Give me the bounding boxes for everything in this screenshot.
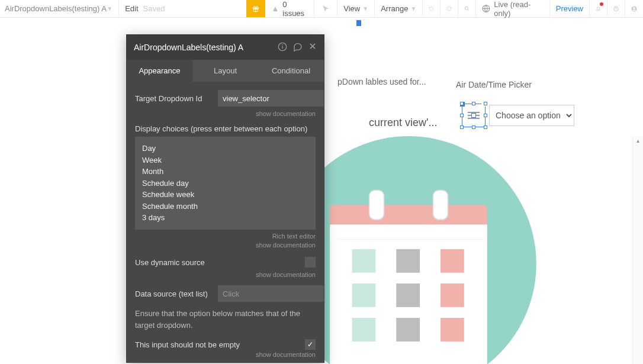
preview-label: Preview — [556, 4, 583, 13]
dynamic-source-label: Use dynamic source — [135, 258, 299, 267]
display-choices-input[interactable]: Day Week Month Schedule day Schedule wee… — [135, 137, 316, 230]
rich-text-link[interactable]: Rich text editor — [272, 232, 316, 241]
svg-rect-16 — [352, 284, 376, 307]
edit-label[interactable]: Edit — [125, 4, 138, 13]
chevron-down-icon: ▼ — [362, 5, 368, 12]
choice-item: Week — [142, 154, 308, 166]
preview-button[interactable]: Preview — [550, 0, 590, 17]
arrange-label: Arrange — [381, 4, 408, 13]
not-empty-checkbox[interactable]: ✓ — [305, 339, 316, 350]
svg-rect-23 — [282, 46, 282, 49]
tab-conditional[interactable]: Conditional — [258, 60, 324, 82]
comment-icon[interactable] — [293, 42, 303, 53]
svg-rect-12 — [433, 190, 448, 220]
svg-point-2 — [465, 7, 468, 9]
app-name-text: AirDropdownLabels(testing) A — [5, 4, 107, 13]
search-icon — [464, 4, 470, 13]
panel-title: AirDropdownLabels(testing) A — [134, 43, 243, 52]
saved-label: Saved — [143, 4, 165, 13]
show-documentation-link[interactable]: show documentation — [256, 241, 316, 250]
undo-button[interactable] — [423, 0, 441, 17]
bg-element-label-2: Air Date/Time Picker — [456, 80, 532, 89]
redo-icon — [446, 4, 452, 14]
target-dropdown-label: Target Dropdown Id — [135, 94, 212, 103]
issues-button[interactable]: ▲ 0 issues — [265, 0, 314, 17]
svg-rect-21 — [441, 318, 464, 342]
data-source-label: Data source (text list) — [135, 289, 212, 298]
choice-item: Schedule week — [142, 189, 308, 201]
svg-rect-10 — [330, 224, 487, 239]
choice-item: Schedule day — [142, 178, 308, 189]
notifications-button[interactable] — [590, 0, 607, 17]
panel-tabs: Appearance Layout Conditional — [127, 60, 324, 82]
svg-rect-11 — [369, 190, 384, 220]
search-button[interactable] — [458, 0, 476, 17]
gift-icon — [252, 4, 259, 14]
svg-point-6 — [633, 7, 635, 9]
cursor-icon — [322, 5, 330, 13]
canvas-scrollbar[interactable]: ▴ — [632, 136, 643, 364]
selection-handle[interactable] — [462, 104, 486, 127]
choice-item: Month — [142, 166, 308, 178]
edit-status: Edit Saved — [119, 0, 246, 17]
pointer-button[interactable] — [314, 0, 337, 17]
choice-item: Schedule month — [142, 201, 308, 212]
warning-icon: ▲ — [271, 4, 279, 13]
user-icon — [631, 4, 637, 14]
svg-rect-18 — [441, 284, 464, 307]
note-text: Ensure that the option below matches tha… — [135, 308, 316, 331]
choice-item: Day — [142, 143, 308, 154]
target-dropdown-input[interactable] — [218, 90, 324, 107]
show-documentation-link[interactable]: show documentation — [135, 351, 316, 358]
help-icon — [613, 4, 619, 14]
svg-rect-14 — [396, 249, 420, 273]
display-choices-label: Display choices (press enter between eac… — [135, 124, 316, 133]
chevron-down-icon: ▼ — [107, 5, 112, 12]
scroll-up-icon[interactable]: ▴ — [633, 136, 643, 146]
bg-element-label-1: pDown lables used for... — [337, 77, 426, 86]
tab-appearance[interactable]: Appearance — [127, 60, 192, 82]
view-label: View — [343, 4, 360, 13]
bg-view-selector[interactable]: current view'... ⌄ — [369, 117, 471, 129]
tab-layout[interactable]: Layout — [192, 60, 258, 82]
top-toolbar: AirDropdownLabels(testing) A ▼ Edit Save… — [0, 0, 643, 18]
close-icon[interactable] — [308, 42, 317, 53]
arrange-dropdown[interactable]: Arrange ▼ — [375, 0, 423, 17]
svg-rect-13 — [352, 249, 376, 273]
property-panel: AirDropdownLabels(testing) A Appearance … — [126, 34, 324, 363]
bg-view-text: current view'... — [369, 117, 437, 128]
data-source-input[interactable] — [218, 285, 324, 302]
issues-count: 0 issues — [282, 0, 308, 18]
user-button[interactable] — [625, 0, 643, 17]
choice-item: 3 days — [142, 212, 308, 224]
panel-body: Target Dropdown Id show documentation Di… — [127, 82, 324, 362]
redo-button[interactable] — [441, 0, 458, 17]
ruler-marker — [356, 20, 361, 26]
chevron-down-icon: ▼ — [410, 5, 416, 12]
svg-rect-24 — [282, 44, 282, 45]
choose-option-dropdown[interactable]: Choose an option — [489, 105, 574, 126]
view-dropdown[interactable]: View ▼ — [337, 0, 375, 17]
live-label: Live (read-only) — [494, 0, 544, 18]
svg-rect-20 — [396, 318, 420, 342]
panel-header[interactable]: AirDropdownLabels(testing) A — [127, 35, 324, 60]
gift-button[interactable] — [246, 0, 265, 17]
not-empty-label: This input should not be empty — [135, 340, 305, 349]
svg-rect-17 — [396, 284, 420, 307]
show-documentation-link[interactable]: show documentation — [135, 110, 316, 117]
undo-icon — [429, 4, 434, 14]
svg-rect-19 — [352, 318, 376, 342]
dynamic-source-checkbox[interactable] — [305, 257, 316, 268]
notification-dot — [600, 2, 603, 6]
info-icon[interactable] — [278, 42, 287, 53]
help-button[interactable] — [607, 0, 625, 17]
app-name-dropdown[interactable]: AirDropdownLabels(testing) A ▼ — [0, 0, 119, 17]
globe-icon — [482, 4, 490, 13]
show-documentation-link[interactable]: show documentation — [135, 271, 316, 278]
svg-rect-15 — [441, 249, 464, 273]
selected-element-wrap: Choose an option — [462, 104, 574, 127]
live-status[interactable]: Live (read-only) — [476, 0, 549, 17]
